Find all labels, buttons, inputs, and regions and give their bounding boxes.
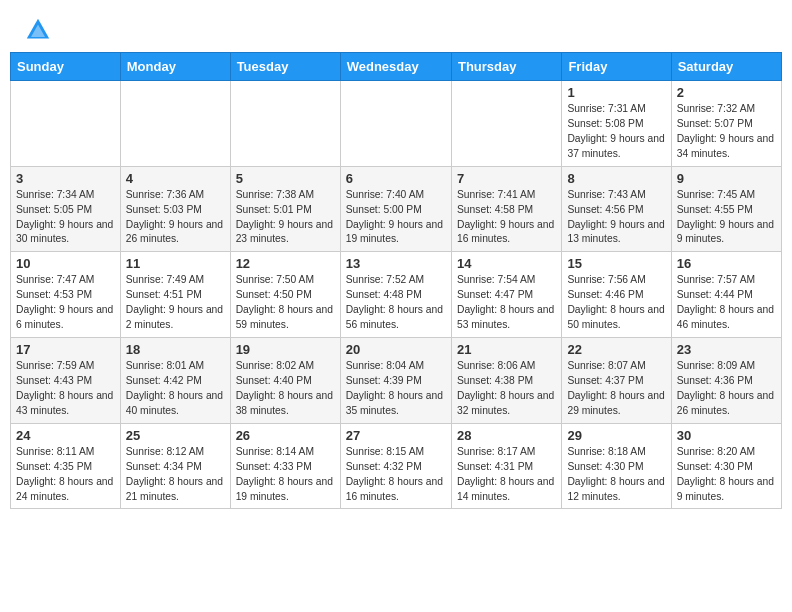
day-number: 25 <box>126 428 225 443</box>
calendar-cell: 13Sunrise: 7:52 AM Sunset: 4:48 PM Dayli… <box>340 252 451 338</box>
logo <box>20 16 52 44</box>
calendar-cell: 15Sunrise: 7:56 AM Sunset: 4:46 PM Dayli… <box>562 252 671 338</box>
day-number: 21 <box>457 342 556 357</box>
day-number: 17 <box>16 342 115 357</box>
day-info: Sunrise: 7:43 AM Sunset: 4:56 PM Dayligh… <box>567 188 665 248</box>
day-number: 27 <box>346 428 446 443</box>
page-header <box>0 0 792 52</box>
calendar-week-row: 3Sunrise: 7:34 AM Sunset: 5:05 PM Daylig… <box>11 166 782 252</box>
calendar-cell: 20Sunrise: 8:04 AM Sunset: 4:39 PM Dayli… <box>340 338 451 424</box>
calendar-cell: 24Sunrise: 8:11 AM Sunset: 4:35 PM Dayli… <box>11 423 121 509</box>
day-info: Sunrise: 7:59 AM Sunset: 4:43 PM Dayligh… <box>16 359 115 419</box>
day-number: 7 <box>457 171 556 186</box>
day-info: Sunrise: 7:41 AM Sunset: 4:58 PM Dayligh… <box>457 188 556 248</box>
day-number: 13 <box>346 256 446 271</box>
day-number: 29 <box>567 428 665 443</box>
calendar-cell <box>120 81 230 167</box>
day-number: 22 <box>567 342 665 357</box>
calendar-cell: 14Sunrise: 7:54 AM Sunset: 4:47 PM Dayli… <box>451 252 561 338</box>
day-info: Sunrise: 8:14 AM Sunset: 4:33 PM Dayligh… <box>236 445 335 505</box>
calendar-cell <box>451 81 561 167</box>
day-info: Sunrise: 7:57 AM Sunset: 4:44 PM Dayligh… <box>677 273 776 333</box>
day-number: 23 <box>677 342 776 357</box>
calendar-cell: 29Sunrise: 8:18 AM Sunset: 4:30 PM Dayli… <box>562 423 671 509</box>
day-number: 18 <box>126 342 225 357</box>
calendar-cell: 23Sunrise: 8:09 AM Sunset: 4:36 PM Dayli… <box>671 338 781 424</box>
day-info: Sunrise: 8:18 AM Sunset: 4:30 PM Dayligh… <box>567 445 665 505</box>
calendar-cell: 30Sunrise: 8:20 AM Sunset: 4:30 PM Dayli… <box>671 423 781 509</box>
logo-icon <box>24 16 52 44</box>
day-number: 11 <box>126 256 225 271</box>
calendar-cell: 4Sunrise: 7:36 AM Sunset: 5:03 PM Daylig… <box>120 166 230 252</box>
day-info: Sunrise: 8:17 AM Sunset: 4:31 PM Dayligh… <box>457 445 556 505</box>
day-info: Sunrise: 7:45 AM Sunset: 4:55 PM Dayligh… <box>677 188 776 248</box>
calendar-cell: 12Sunrise: 7:50 AM Sunset: 4:50 PM Dayli… <box>230 252 340 338</box>
day-number: 2 <box>677 85 776 100</box>
calendar-cell: 22Sunrise: 8:07 AM Sunset: 4:37 PM Dayli… <box>562 338 671 424</box>
day-info: Sunrise: 7:56 AM Sunset: 4:46 PM Dayligh… <box>567 273 665 333</box>
day-number: 1 <box>567 85 665 100</box>
day-info: Sunrise: 7:40 AM Sunset: 5:00 PM Dayligh… <box>346 188 446 248</box>
calendar-header-row: SundayMondayTuesdayWednesdayThursdayFrid… <box>11 53 782 81</box>
calendar-cell: 19Sunrise: 8:02 AM Sunset: 4:40 PM Dayli… <box>230 338 340 424</box>
calendar-cell: 5Sunrise: 7:38 AM Sunset: 5:01 PM Daylig… <box>230 166 340 252</box>
calendar-cell <box>230 81 340 167</box>
column-header-thursday: Thursday <box>451 53 561 81</box>
day-info: Sunrise: 7:34 AM Sunset: 5:05 PM Dayligh… <box>16 188 115 248</box>
day-number: 5 <box>236 171 335 186</box>
day-info: Sunrise: 7:47 AM Sunset: 4:53 PM Dayligh… <box>16 273 115 333</box>
calendar-cell: 3Sunrise: 7:34 AM Sunset: 5:05 PM Daylig… <box>11 166 121 252</box>
calendar-week-row: 1Sunrise: 7:31 AM Sunset: 5:08 PM Daylig… <box>11 81 782 167</box>
day-info: Sunrise: 8:04 AM Sunset: 4:39 PM Dayligh… <box>346 359 446 419</box>
day-number: 9 <box>677 171 776 186</box>
day-info: Sunrise: 7:50 AM Sunset: 4:50 PM Dayligh… <box>236 273 335 333</box>
day-info: Sunrise: 8:12 AM Sunset: 4:34 PM Dayligh… <box>126 445 225 505</box>
calendar-cell: 1Sunrise: 7:31 AM Sunset: 5:08 PM Daylig… <box>562 81 671 167</box>
calendar-container: SundayMondayTuesdayWednesdayThursdayFrid… <box>0 52 792 519</box>
column-header-friday: Friday <box>562 53 671 81</box>
day-info: Sunrise: 8:11 AM Sunset: 4:35 PM Dayligh… <box>16 445 115 505</box>
column-header-saturday: Saturday <box>671 53 781 81</box>
calendar-cell: 8Sunrise: 7:43 AM Sunset: 4:56 PM Daylig… <box>562 166 671 252</box>
day-number: 20 <box>346 342 446 357</box>
calendar-cell: 17Sunrise: 7:59 AM Sunset: 4:43 PM Dayli… <box>11 338 121 424</box>
day-number: 30 <box>677 428 776 443</box>
column-header-monday: Monday <box>120 53 230 81</box>
calendar-cell <box>11 81 121 167</box>
calendar-cell: 26Sunrise: 8:14 AM Sunset: 4:33 PM Dayli… <box>230 423 340 509</box>
day-number: 12 <box>236 256 335 271</box>
day-info: Sunrise: 8:01 AM Sunset: 4:42 PM Dayligh… <box>126 359 225 419</box>
day-number: 19 <box>236 342 335 357</box>
day-info: Sunrise: 7:31 AM Sunset: 5:08 PM Dayligh… <box>567 102 665 162</box>
calendar-cell: 16Sunrise: 7:57 AM Sunset: 4:44 PM Dayli… <box>671 252 781 338</box>
day-info: Sunrise: 8:06 AM Sunset: 4:38 PM Dayligh… <box>457 359 556 419</box>
day-info: Sunrise: 7:54 AM Sunset: 4:47 PM Dayligh… <box>457 273 556 333</box>
calendar-week-row: 10Sunrise: 7:47 AM Sunset: 4:53 PM Dayli… <box>11 252 782 338</box>
day-number: 8 <box>567 171 665 186</box>
day-info: Sunrise: 7:36 AM Sunset: 5:03 PM Dayligh… <box>126 188 225 248</box>
calendar-cell: 21Sunrise: 8:06 AM Sunset: 4:38 PM Dayli… <box>451 338 561 424</box>
calendar-week-row: 17Sunrise: 7:59 AM Sunset: 4:43 PM Dayli… <box>11 338 782 424</box>
calendar-cell <box>340 81 451 167</box>
day-info: Sunrise: 8:02 AM Sunset: 4:40 PM Dayligh… <box>236 359 335 419</box>
calendar-cell: 11Sunrise: 7:49 AM Sunset: 4:51 PM Dayli… <box>120 252 230 338</box>
calendar-cell: 9Sunrise: 7:45 AM Sunset: 4:55 PM Daylig… <box>671 166 781 252</box>
day-number: 26 <box>236 428 335 443</box>
calendar-cell: 18Sunrise: 8:01 AM Sunset: 4:42 PM Dayli… <box>120 338 230 424</box>
calendar-cell: 25Sunrise: 8:12 AM Sunset: 4:34 PM Dayli… <box>120 423 230 509</box>
column-header-sunday: Sunday <box>11 53 121 81</box>
day-number: 4 <box>126 171 225 186</box>
column-header-wednesday: Wednesday <box>340 53 451 81</box>
day-info: Sunrise: 8:15 AM Sunset: 4:32 PM Dayligh… <box>346 445 446 505</box>
day-info: Sunrise: 7:32 AM Sunset: 5:07 PM Dayligh… <box>677 102 776 162</box>
column-header-tuesday: Tuesday <box>230 53 340 81</box>
day-info: Sunrise: 7:52 AM Sunset: 4:48 PM Dayligh… <box>346 273 446 333</box>
day-number: 15 <box>567 256 665 271</box>
calendar-table: SundayMondayTuesdayWednesdayThursdayFrid… <box>10 52 782 509</box>
day-number: 3 <box>16 171 115 186</box>
calendar-week-row: 24Sunrise: 8:11 AM Sunset: 4:35 PM Dayli… <box>11 423 782 509</box>
day-info: Sunrise: 8:20 AM Sunset: 4:30 PM Dayligh… <box>677 445 776 505</box>
day-info: Sunrise: 7:49 AM Sunset: 4:51 PM Dayligh… <box>126 273 225 333</box>
calendar-cell: 2Sunrise: 7:32 AM Sunset: 5:07 PM Daylig… <box>671 81 781 167</box>
calendar-cell: 27Sunrise: 8:15 AM Sunset: 4:32 PM Dayli… <box>340 423 451 509</box>
